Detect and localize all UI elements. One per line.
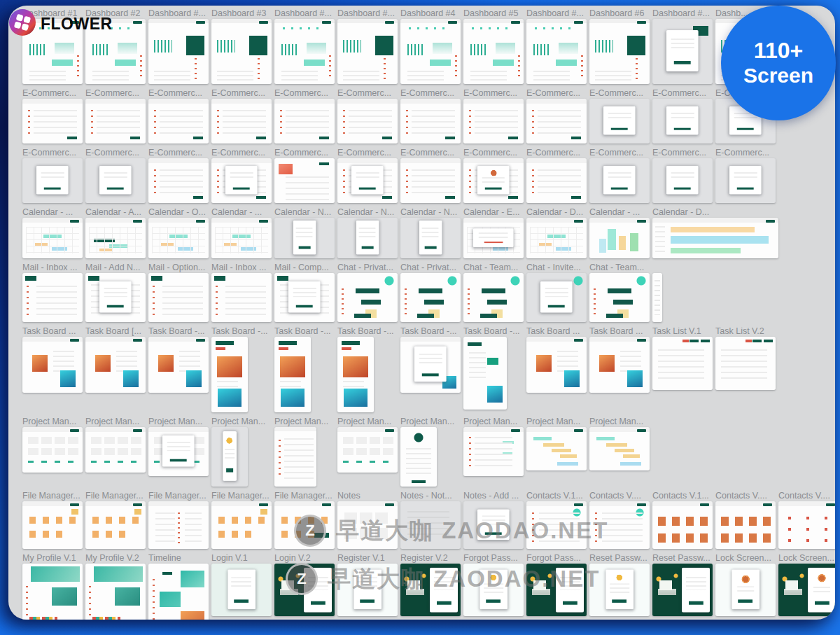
screen-thumbnail[interactable] xyxy=(211,337,248,412)
screen-thumbnail[interactable] xyxy=(211,158,272,203)
screen-thumbnail[interactable] xyxy=(211,501,272,549)
screen-thumbnail[interactable] xyxy=(715,337,776,390)
screen-thumbnail[interactable] xyxy=(211,218,272,258)
screen-thumbnail[interactable] xyxy=(526,218,587,258)
screen-thumbnail[interactable] xyxy=(526,158,587,203)
screen-thumbnail[interactable] xyxy=(526,427,587,470)
screen-thumbnail[interactable] xyxy=(337,273,398,322)
screen-thumbnail[interactable] xyxy=(463,19,524,84)
screen-thumbnail[interactable] xyxy=(148,564,209,620)
screen-thumbnail[interactable] xyxy=(652,218,778,258)
screen-thumbnail[interactable] xyxy=(778,501,835,549)
screen-thumbnail[interactable] xyxy=(400,501,461,549)
screen-thumbnail[interactable] xyxy=(337,99,398,144)
screen-thumbnail[interactable] xyxy=(274,158,335,203)
screen-thumbnail[interactable] xyxy=(337,337,374,412)
screen-thumbnail[interactable] xyxy=(715,564,776,616)
screen-thumbnail[interactable] xyxy=(85,99,146,144)
screen-thumbnail[interactable] xyxy=(589,218,650,258)
screen-thumbnail[interactable] xyxy=(652,158,713,203)
screen-thumbnail[interactable] xyxy=(148,337,209,393)
screen-thumbnail[interactable] xyxy=(85,501,146,549)
screen-thumbnail[interactable] xyxy=(211,99,272,144)
screen-thumbnail[interactable] xyxy=(22,427,83,473)
screen-thumbnail[interactable] xyxy=(274,218,335,258)
screen-thumbnail[interactable] xyxy=(463,501,524,549)
screen-thumbnail[interactable] xyxy=(400,19,461,84)
screen-thumbnail[interactable] xyxy=(526,501,587,549)
screen-thumbnail[interactable] xyxy=(463,99,524,144)
screen-thumbnail[interactable] xyxy=(148,19,209,84)
screen-thumbnail[interactable] xyxy=(589,427,650,470)
screen-thumbnail[interactable] xyxy=(715,158,776,203)
screen-thumbnail[interactable] xyxy=(337,427,398,473)
screen-thumbnail[interactable] xyxy=(463,564,524,616)
screen-thumbnail[interactable] xyxy=(274,337,311,412)
screen-thumbnail[interactable] xyxy=(337,218,398,258)
screen-thumbnail[interactable] xyxy=(22,501,83,549)
screen-thumbnail[interactable] xyxy=(85,273,146,322)
screen-thumbnail[interactable] xyxy=(274,427,316,487)
screen-thumbnail[interactable] xyxy=(337,564,398,616)
screen-thumbnail[interactable] xyxy=(526,99,587,144)
screen-thumbnail[interactable] xyxy=(589,564,650,616)
screen-thumbnail[interactable] xyxy=(274,99,335,144)
screen-thumbnail[interactable] xyxy=(589,501,650,549)
screen-thumbnail[interactable] xyxy=(211,564,272,616)
screen-thumbnail[interactable] xyxy=(463,427,524,476)
screen-thumbnail[interactable] xyxy=(589,158,650,203)
screen-thumbnail[interactable] xyxy=(22,99,83,144)
screen-thumbnail[interactable] xyxy=(22,337,83,393)
screen-thumbnail[interactable] xyxy=(652,337,713,390)
screen-thumbnail[interactable] xyxy=(211,427,248,487)
screen-thumbnail[interactable] xyxy=(211,19,272,84)
screen-thumbnail[interactable] xyxy=(652,19,713,84)
screen-thumbnail[interactable] xyxy=(652,99,713,144)
screen-thumbnail[interactable] xyxy=(463,273,524,322)
screen-thumbnail[interactable] xyxy=(85,427,146,473)
screen-thumbnail[interactable] xyxy=(526,19,587,84)
screen-thumbnail[interactable] xyxy=(22,158,83,203)
screen-thumbnail[interactable] xyxy=(526,337,587,393)
screen-thumbnail[interactable] xyxy=(400,564,461,616)
screen-thumbnail[interactable] xyxy=(148,501,209,549)
screen-thumbnail[interactable] xyxy=(85,337,146,393)
screen-thumbnail[interactable] xyxy=(22,564,83,620)
screen-thumbnail[interactable] xyxy=(463,337,507,410)
screen-thumbnail[interactable] xyxy=(652,564,713,616)
screen-thumbnail[interactable] xyxy=(85,218,146,258)
screen-thumbnail[interactable] xyxy=(589,273,650,322)
screen-thumbnail[interactable] xyxy=(715,501,776,549)
screen-thumbnail[interactable] xyxy=(85,564,146,620)
screen-thumbnail[interactable] xyxy=(148,427,209,476)
screen-thumbnail[interactable] xyxy=(337,19,398,84)
screen-thumbnail[interactable] xyxy=(22,218,83,258)
screen-thumbnail[interactable] xyxy=(211,273,272,322)
screen-thumbnail[interactable] xyxy=(652,273,662,322)
screen-thumbnail[interactable] xyxy=(400,427,437,487)
screen-thumbnail[interactable] xyxy=(85,158,146,203)
screen-thumbnail[interactable] xyxy=(400,337,461,393)
screen-thumbnail[interactable] xyxy=(22,273,83,322)
screen-thumbnail[interactable] xyxy=(463,218,524,258)
screen-thumbnail[interactable] xyxy=(400,218,461,258)
screen-thumbnail[interactable] xyxy=(463,158,524,203)
screen-thumbnail[interactable] xyxy=(148,273,209,322)
screen-thumbnail[interactable] xyxy=(274,19,335,84)
screen-thumbnail[interactable] xyxy=(337,158,398,203)
screen-thumbnail[interactable] xyxy=(589,99,650,144)
screen-thumbnail[interactable] xyxy=(148,218,209,258)
screen-thumbnail[interactable] xyxy=(148,99,209,144)
screen-thumbnail[interactable] xyxy=(778,564,835,616)
screen-thumbnail[interactable] xyxy=(526,564,587,616)
screen-thumbnail[interactable] xyxy=(400,158,461,203)
screen-thumbnail[interactable] xyxy=(400,273,461,322)
screen-thumbnail[interactable] xyxy=(274,564,335,616)
screen-thumbnail[interactable] xyxy=(274,501,335,549)
screen-thumbnail[interactable] xyxy=(589,337,650,393)
screen-thumbnail[interactable] xyxy=(337,501,398,549)
screen-thumbnail[interactable] xyxy=(400,99,461,144)
screen-thumbnail[interactable] xyxy=(148,158,209,203)
screen-thumbnail[interactable] xyxy=(526,273,587,322)
screen-thumbnail[interactable] xyxy=(652,501,713,549)
